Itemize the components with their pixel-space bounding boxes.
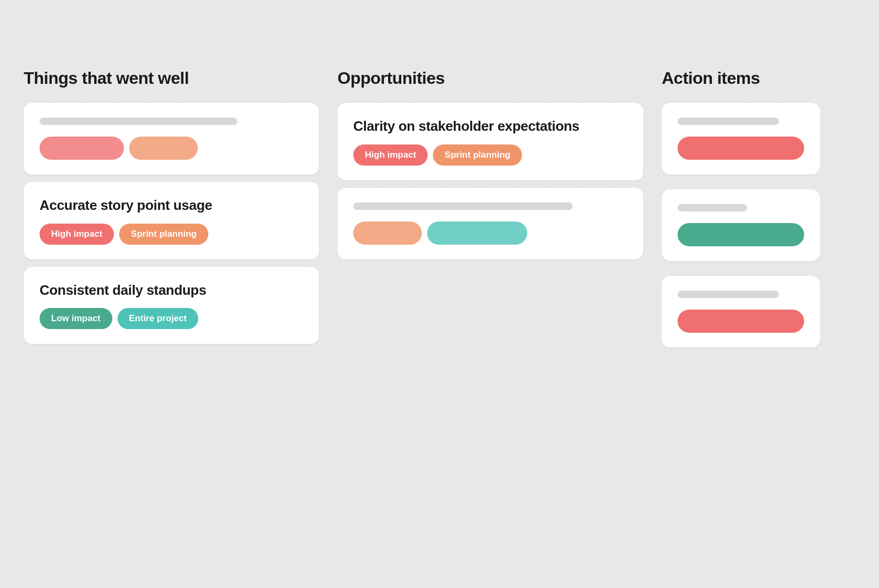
card-clarity-title: Clarity on stakeholder expectations [353, 118, 627, 135]
placeholder-line-2 [353, 203, 573, 210]
col1-title: Things that went well [24, 69, 319, 88]
col2-title: Opportunities [337, 69, 643, 88]
tag-low-impact[interactable]: Low impact [40, 308, 112, 329]
card-accurate-story-title: Accurate story point usage [40, 197, 303, 214]
column-things-went-well: Things that went well Accurate story poi… [24, 69, 319, 588]
col1-cards: Accurate story point usage High impact S… [24, 103, 319, 344]
action-placeholder-line-3 [678, 291, 779, 298]
card-accurate-story-tags: High impact Sprint planning [40, 224, 303, 245]
tag-sprint-planning-2[interactable]: Sprint planning [433, 144, 522, 166]
action-card-1 [662, 103, 820, 175]
placeholder-line [40, 118, 237, 125]
placeholder-tags [40, 137, 303, 160]
column-opportunities: Opportunities Clarity on stakeholder exp… [337, 69, 643, 588]
card-clarity-stakeholder[interactable]: Clarity on stakeholder expectations High… [337, 103, 643, 180]
card-consistent-standups[interactable]: Consistent daily standups Low impact Ent… [24, 267, 319, 344]
placeholder-tag-salmon [129, 137, 198, 160]
action-tag-coral-2 [678, 310, 804, 333]
tag-entire-project[interactable]: Entire project [118, 308, 199, 329]
placeholder-tags-2 [353, 221, 627, 245]
card-consistent-standups-title: Consistent daily standups [40, 282, 303, 299]
action-card-3 [662, 276, 820, 348]
card-placeholder-2 [337, 188, 643, 259]
action-placeholder-line-1 [678, 118, 779, 125]
action-tag-coral [678, 137, 804, 160]
card-consistent-standups-tags: Low impact Entire project [40, 308, 303, 329]
columns-container: Things that went well Accurate story poi… [0, 0, 879, 588]
column-action-items: Action items [662, 69, 820, 588]
card-placeholder-1 [24, 103, 319, 175]
col2-cards: Clarity on stakeholder expectations High… [337, 103, 643, 259]
action-tag-green [678, 223, 804, 246]
card-accurate-story[interactable]: Accurate story point usage High impact S… [24, 182, 319, 259]
tag-high-impact-1[interactable]: High impact [40, 224, 114, 245]
col3-title: Action items [662, 69, 820, 88]
action-card-2 [662, 189, 820, 261]
action-placeholder-line-2 [678, 204, 747, 211]
placeholder-tag-salmon-2 [353, 221, 422, 245]
placeholder-tag-teal-2 [427, 221, 527, 245]
placeholder-tag-red [40, 137, 124, 160]
col3-cards [662, 103, 820, 355]
tag-high-impact-2[interactable]: High impact [353, 144, 428, 166]
tag-sprint-planning-1[interactable]: Sprint planning [119, 224, 208, 245]
card-clarity-tags: High impact Sprint planning [353, 144, 627, 166]
